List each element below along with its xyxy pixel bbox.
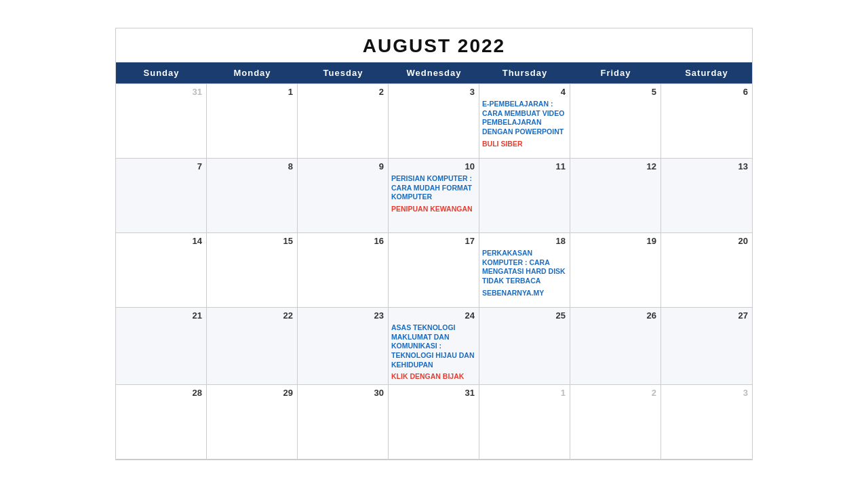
cell-date: 16: [300, 235, 385, 247]
cell-date: 31: [391, 386, 476, 399]
header-tuesday: Tuesday: [298, 62, 389, 83]
cell-date: 25: [482, 309, 567, 322]
cell-date: 5: [573, 85, 658, 98]
event-tag-tag-sebenarnya: SEBENARNYA.MY: [482, 289, 567, 298]
header-thursday: Thursday: [479, 62, 570, 83]
cell-date: 21: [119, 309, 203, 322]
cell-date: 23: [300, 309, 385, 322]
event-link[interactable]: PERKAKASAN KOMPUTER : CARA MENGATASI HAR…: [482, 249, 567, 286]
event-tag-tag-klik: KLIK DENGAN BIJAK: [391, 372, 476, 382]
calendar-header: SundayMondayTuesdayWednesdayThursdayFrid…: [116, 62, 752, 83]
cell-date: 3: [664, 386, 749, 399]
cell-date: 7: [119, 160, 203, 173]
calendar-cell: 28: [116, 385, 207, 460]
cell-date: 24: [391, 309, 476, 322]
cell-date: 11: [482, 160, 567, 173]
cell-date: 14: [119, 235, 203, 247]
calendar-cell: 15: [207, 233, 298, 308]
event-link[interactable]: PERISIAN KOMPUTER : CARA MUDAH FORMAT KO…: [391, 174, 476, 202]
cell-date: 1: [210, 85, 294, 98]
cell-date: 18: [482, 235, 567, 247]
calendar-cell: 26: [570, 308, 661, 385]
calendar-cell: 25: [479, 308, 570, 385]
cell-date: 28: [119, 386, 203, 399]
calendar-cell: 20: [661, 233, 752, 308]
cell-date: 19: [573, 235, 658, 247]
header-wednesday: Wednesday: [389, 62, 479, 83]
header-saturday: Saturday: [661, 62, 752, 83]
cell-date: 31: [119, 85, 203, 98]
cell-date: 20: [664, 235, 749, 247]
calendar-cell: 9: [298, 159, 389, 233]
cell-date: 3: [391, 85, 476, 98]
calendar-cell: 22: [207, 308, 298, 385]
cell-date: 12: [573, 160, 658, 173]
cell-date: 13: [664, 160, 749, 173]
cell-date: 29: [210, 386, 294, 399]
cell-date: 17: [391, 235, 476, 247]
header-friday: Friday: [570, 62, 661, 83]
calendar-cell: 27: [661, 308, 752, 385]
calendar-cell: 19: [570, 233, 661, 308]
calendar-cell: 16: [298, 233, 389, 308]
calendar-cell: 10PERISIAN KOMPUTER : CARA MUDAH FORMAT …: [389, 159, 479, 233]
calendar-cell: 17: [389, 233, 479, 308]
calendar-cell: 18PERKAKASAN KOMPUTER : CARA MENGATASI H…: [479, 233, 570, 308]
calendar-cell: 2: [298, 84, 389, 159]
calendar-cell: 31: [116, 84, 207, 159]
calendar-cell: 21: [116, 308, 207, 385]
calendar-cell: 1: [479, 385, 570, 460]
calendar-cell: 14: [116, 233, 207, 308]
calendar-cell: 11: [479, 159, 570, 233]
calendar: AUGUST 2022 SundayMondayTuesdayWednesday…: [115, 28, 753, 460]
calendar-cell: 1: [207, 84, 298, 159]
calendar-cell: 30: [298, 385, 389, 460]
calendar-cell: 31: [389, 385, 479, 460]
cell-date: 2: [300, 85, 385, 98]
cell-date: 8: [210, 160, 294, 173]
calendar-cell: 29: [207, 385, 298, 460]
header-monday: Monday: [207, 62, 298, 83]
header-sunday: Sunday: [116, 62, 207, 83]
cell-date: 30: [300, 386, 385, 399]
calendar-title: AUGUST 2022: [116, 28, 752, 62]
calendar-cell: 23: [298, 308, 389, 385]
calendar-cell: 12: [570, 159, 661, 233]
event-link[interactable]: ASAS TEKNOLOGI MAKLUMAT DAN KOMUNIKASI :…: [391, 323, 476, 369]
calendar-cell: 3: [389, 84, 479, 159]
cell-date: 27: [664, 309, 749, 322]
calendar-cell: 2: [570, 385, 661, 460]
cell-date: 22: [210, 309, 294, 322]
calendar-cell: 13: [661, 159, 752, 233]
calendar-cell: 7: [116, 159, 207, 233]
cell-date: 6: [664, 85, 749, 98]
calendar-grid: 311234E-PEMBELAJARAN : CARA MEMBUAT VIDE…: [116, 83, 752, 460]
event-tag-tag-buli: BULI SIBER: [482, 140, 567, 149]
cell-date: 26: [573, 309, 658, 322]
cell-date: 2: [573, 386, 658, 399]
calendar-cell: 6: [661, 84, 752, 159]
cell-date: 10: [391, 160, 476, 173]
calendar-cell: 4E-PEMBELAJARAN : CARA MEMBUAT VIDEO PEM…: [479, 84, 570, 159]
event-link[interactable]: E-PEMBELAJARAN : CARA MEMBUAT VIDEO PEMB…: [482, 100, 567, 137]
calendar-cell: 8: [207, 159, 298, 233]
calendar-cell: 3: [661, 385, 752, 460]
cell-date: 9: [300, 160, 385, 173]
cell-date: 15: [210, 235, 294, 247]
calendar-cell: 5: [570, 84, 661, 159]
calendar-cell: 24ASAS TEKNOLOGI MAKLUMAT DAN KOMUNIKASI…: [389, 308, 479, 385]
cell-date: 4: [482, 85, 567, 98]
cell-date: 1: [482, 386, 567, 399]
event-tag-tag-penipuan: PENIPUAN KEWANGAN: [391, 205, 476, 214]
